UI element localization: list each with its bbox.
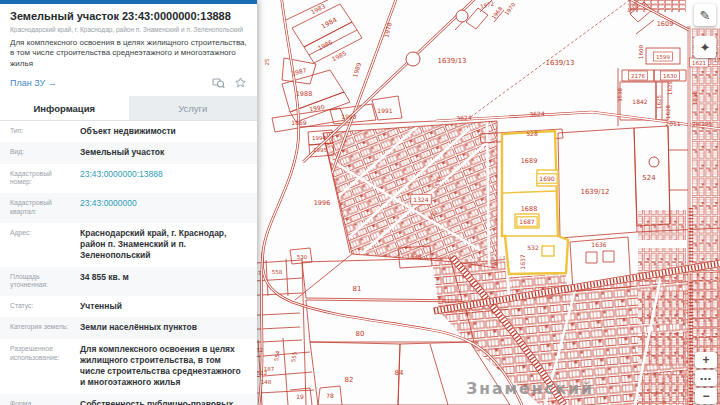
info-row: Тип:Объект недвижимости (0, 121, 257, 142)
parcel-label: 1972 (479, 0, 494, 9)
zoom-out-button[interactable]: − (695, 388, 717, 404)
svg-text:1625: 1625 (656, 95, 662, 109)
tab-services[interactable]: Услуги (129, 96, 258, 120)
parcel-label: 20/196 (692, 121, 712, 127)
info-row-label: Разрешенное использование: (0, 339, 78, 394)
parcel-label: 1991 (377, 107, 392, 114)
svg-text:78: 78 (326, 392, 334, 399)
parcel-label: 1838 (692, 91, 698, 105)
svg-text:80: 80 (356, 330, 365, 338)
parcel-label: 1687 (517, 217, 537, 227)
parcel-label: 1639/12 (580, 188, 609, 196)
parcel-label: 1978 (383, 22, 393, 39)
parcel-label: 1994 (312, 135, 326, 141)
compass-tool-button[interactable]: ✦ (694, 36, 716, 58)
zoom-level-button[interactable]: ••• (695, 370, 717, 386)
panel-tabs: Информация Услуги (0, 96, 257, 121)
parcel-label: 1689 (521, 157, 538, 165)
svg-text:1970: 1970 (504, 1, 517, 16)
parcel-label: 2011 (665, 120, 680, 127)
info-row-value: 34 855 кв. м (78, 267, 257, 297)
parcel-label: 1639/13 (437, 57, 466, 65)
parcel-label: 554 (273, 350, 281, 362)
svg-text:2176: 2176 (631, 73, 645, 79)
svg-text:1629: 1629 (667, 81, 673, 95)
svg-text:1990: 1990 (309, 103, 325, 113)
info-row-value[interactable]: 23:43:0000000:13888 (78, 164, 257, 194)
parcel-label: 1989 (351, 61, 362, 78)
svg-text:1985: 1985 (330, 49, 347, 62)
svg-text:3538: 3538 (617, 88, 623, 102)
svg-text:1838: 1838 (692, 91, 698, 105)
zoom-controls: + ••• − (695, 352, 717, 404)
parcel-label: 187 (264, 366, 275, 372)
svg-text:25: 25 (264, 58, 270, 65)
parcel-label: 532 (527, 244, 539, 251)
info-row-value: Краснодарский край, г. Краснодар, район … (78, 223, 257, 267)
svg-text:Знаменский: Знаменский (466, 380, 594, 398)
svg-text:554: 554 (273, 350, 281, 362)
parcel-label: 2176 (628, 71, 647, 80)
parcel-label: 1986 (316, 38, 333, 51)
parcel-label: 558 (272, 269, 283, 275)
parcel-label: 1995 (313, 147, 327, 153)
parcel-label: 1984 (320, 16, 338, 31)
parcel-label: 528 (526, 130, 538, 137)
parcel-info-panel: Земельный участок 23:43:0000000:13888 Кр… (0, 0, 257, 405)
parcel-label: 1990 (309, 103, 325, 113)
svg-text:81: 81 (353, 285, 362, 293)
parcel-label: 82 (345, 376, 354, 384)
zoom-to-parcel-icon[interactable] (212, 76, 225, 89)
parcel-label: 1636 (591, 241, 606, 248)
parcel-label: 1993 (341, 113, 356, 120)
svg-text:1689: 1689 (521, 157, 538, 165)
parcel-label: 81 (353, 285, 362, 293)
svg-text:1995: 1995 (313, 147, 327, 153)
svg-text:1599: 1599 (656, 54, 670, 60)
parcel-label: 80 (356, 330, 365, 338)
svg-text:1690: 1690 (539, 175, 554, 182)
svg-text:530: 530 (297, 254, 308, 260)
svg-text:1984: 1984 (320, 16, 338, 31)
svg-text:1630: 1630 (663, 73, 677, 79)
plan-zu-link[interactable]: План ЗУ → (10, 78, 57, 88)
parcel-label: 1609 (657, 20, 674, 28)
info-row-value: Объект недвижимости (78, 121, 257, 142)
info-row-value: Собственность публично-правовых образова… (78, 394, 257, 405)
parcel-label: 1628 (665, 105, 671, 119)
info-row: Площадь уточненная:34 855 кв. м (0, 267, 257, 297)
svg-text:1989: 1989 (351, 61, 362, 78)
info-row-value[interactable]: 23:43:0000000 (78, 193, 257, 223)
parcel-label: 3624 (529, 110, 545, 118)
favorite-star-icon[interactable] (234, 76, 247, 89)
parcel-label: 1690 (537, 174, 557, 184)
info-row-label: Тип: (0, 121, 78, 142)
svg-text:1991: 1991 (377, 107, 392, 114)
svg-text:1609: 1609 (657, 20, 674, 28)
svg-text:82: 82 (345, 376, 354, 384)
measure-tool-button[interactable]: ✎ (694, 4, 716, 26)
svg-text:1637: 1637 (519, 254, 526, 269)
zoom-in-button[interactable]: + (695, 352, 717, 368)
info-row: Кадастровый номер:23:43:0000000:13888 (0, 164, 257, 194)
parcel-address-subtitle: Краснодарский край, г. Краснодар, район … (10, 26, 247, 33)
parcel-label: 1639/13 (545, 59, 574, 67)
svg-text:1621: 1621 (692, 60, 706, 66)
svg-text:17: 17 (714, 57, 720, 63)
svg-text:84: 84 (395, 369, 404, 377)
info-row: Кадастровый квартал:23:43:0000000 (0, 193, 257, 223)
svg-text:1978: 1978 (383, 22, 393, 39)
svg-text:1842: 1842 (632, 98, 647, 105)
svg-text:2011: 2011 (665, 120, 680, 127)
info-row-value: Земельный участок (78, 142, 257, 163)
svg-text:1996: 1996 (314, 199, 331, 207)
info-row: Статус:Учтенный (0, 296, 257, 317)
info-row-label: Форма собственности: (0, 394, 78, 405)
tab-information[interactable]: Информация (0, 96, 129, 120)
parcel-label: 1983 (309, 2, 326, 15)
parcel-label: 1630 (660, 71, 679, 80)
info-row: Вид:Земельный участок (0, 142, 257, 163)
parcel-label: 3624 (456, 114, 472, 122)
info-row-label: Статус: (0, 296, 78, 317)
svg-text:187: 187 (264, 366, 275, 372)
